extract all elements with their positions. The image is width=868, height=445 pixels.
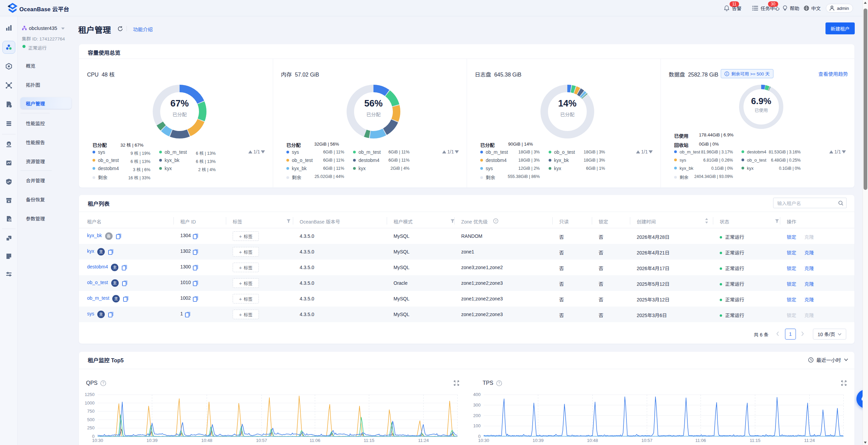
svg-text:10:30: 10:30: [92, 438, 103, 443]
svg-text:400: 400: [473, 392, 481, 397]
svg-text:750: 750: [87, 409, 95, 414]
svg-text:100: 100: [473, 423, 481, 428]
svg-text:10:39: 10:39: [533, 438, 544, 443]
svg-text:1000: 1000: [85, 400, 95, 406]
svg-text:500: 500: [87, 417, 95, 422]
svg-text:10:48: 10:48: [201, 438, 213, 443]
svg-text:10:39: 10:39: [147, 438, 158, 443]
svg-text:?: ?: [495, 219, 497, 223]
svg-text:11:15: 11:15: [364, 438, 374, 443]
svg-text:10:57: 10:57: [641, 438, 653, 443]
svg-text:11:06: 11:06: [695, 438, 706, 443]
svg-text:10:48: 10:48: [587, 438, 598, 443]
svg-text:10:30: 10:30: [478, 438, 489, 443]
svg-text:300: 300: [473, 402, 481, 408]
svg-text:10:57: 10:57: [256, 438, 267, 443]
svg-text:1250: 1250: [85, 392, 95, 397]
svg-text:11:24: 11:24: [418, 438, 429, 443]
svg-text:200: 200: [473, 413, 481, 418]
svg-text:11:24: 11:24: [804, 438, 815, 443]
svg-text:11:06: 11:06: [310, 438, 320, 443]
svg-text:250: 250: [87, 425, 95, 430]
svg-text:11:15: 11:15: [750, 438, 761, 443]
